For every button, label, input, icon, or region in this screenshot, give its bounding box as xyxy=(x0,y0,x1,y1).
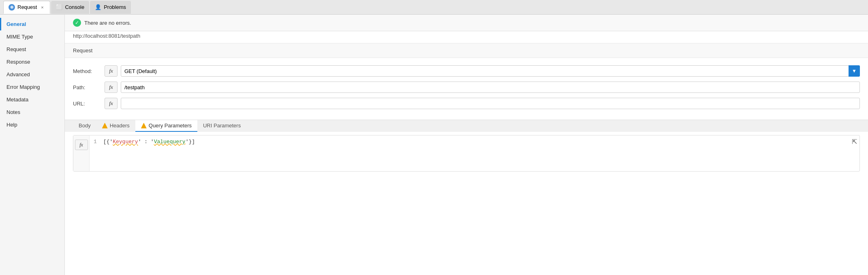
code-editor: fx 1 [{'Keyquery' : 'Valuequery'}] ⇱ xyxy=(73,135,860,172)
method-select[interactable]: GET (Default) xyxy=(121,65,860,77)
sidebar-item-help[interactable]: Help xyxy=(0,118,64,131)
request-section-header: Request xyxy=(65,43,868,58)
no-errors-text: There are no errors. xyxy=(84,20,131,26)
line-number: 1 xyxy=(94,139,97,145)
code-open-bracket: [{' xyxy=(103,139,113,145)
tab-bar: ⊕ Request × ⬜ Console 👤 Problems xyxy=(0,0,868,15)
tab-request-close[interactable]: × xyxy=(39,4,45,10)
headers-warn-icon xyxy=(102,123,108,129)
sub-tab-strip: Body Headers Query Parameters URI Parame… xyxy=(65,120,868,132)
method-label: Method: xyxy=(73,68,101,74)
status-url: http://localhost:8081/testpath xyxy=(65,31,868,43)
tab-request[interactable]: ⊕ Request × xyxy=(3,1,50,14)
content-area: ✓ There are no errors. http://localhost:… xyxy=(65,15,868,275)
request-tab-icon: ⊕ xyxy=(9,4,15,11)
no-errors-icon: ✓ xyxy=(73,19,81,27)
method-row: Method: fx GET (Default) ▼ xyxy=(73,63,860,79)
sidebar-item-request[interactable]: Request xyxy=(0,43,64,56)
path-input[interactable] xyxy=(121,82,860,93)
tab-console-label: Console xyxy=(65,4,84,10)
subtab-body[interactable]: Body xyxy=(73,120,96,132)
sidebar-item-error-mapping[interactable]: Error Mapping xyxy=(0,81,64,93)
code-key: Keyquery xyxy=(113,139,138,145)
subtab-headers-label: Headers xyxy=(110,122,130,129)
url-row: URL: fx xyxy=(73,95,860,112)
sidebar-item-response[interactable]: Response xyxy=(0,56,64,68)
subtab-headers[interactable]: Headers xyxy=(96,120,135,132)
console-icon: ⬜ xyxy=(56,4,62,10)
main-layout: General MIME Type Request Response Advan… xyxy=(0,15,868,275)
method-fx-button[interactable]: fx xyxy=(105,65,118,77)
method-select-wrapper: GET (Default) ▼ xyxy=(121,65,860,77)
sidebar-item-advanced[interactable]: Advanced xyxy=(0,68,64,81)
code-gutter: fx xyxy=(73,135,90,171)
subtab-uri-parameters[interactable]: URI Parameters xyxy=(197,120,246,132)
code-value: Valuequery xyxy=(154,139,186,145)
url-input[interactable] xyxy=(121,98,860,109)
subtab-query-label: Query Parameters xyxy=(149,122,192,129)
path-label: Path: xyxy=(73,84,101,90)
subtab-body-label: Body xyxy=(79,122,91,129)
sidebar-item-notes[interactable]: Notes xyxy=(0,106,64,118)
path-fx-button[interactable]: fx xyxy=(105,82,118,93)
sidebar-item-mime-type[interactable]: MIME Type xyxy=(0,30,64,43)
code-colon: ' : ' xyxy=(138,139,154,145)
form-container: Method: fx GET (Default) ▼ Path: fx URL:… xyxy=(65,58,868,116)
tab-problems[interactable]: 👤 Problems xyxy=(90,1,131,14)
code-fx-button[interactable]: fx xyxy=(75,140,88,150)
subtab-uri-label: URI Parameters xyxy=(203,122,241,129)
path-row: Path: fx xyxy=(73,79,860,95)
subtab-query-parameters[interactable]: Query Parameters xyxy=(135,120,197,132)
problems-icon: 👤 xyxy=(95,4,101,10)
code-actions: ⇱ xyxy=(849,135,859,171)
code-close-bracket: '}] xyxy=(186,139,195,145)
code-content[interactable]: 1 [{'Keyquery' : 'Valuequery'}] xyxy=(90,135,849,171)
url-fx-button[interactable]: fx xyxy=(105,98,118,109)
tab-problems-label: Problems xyxy=(104,4,126,10)
query-warn-icon xyxy=(141,123,147,129)
url-label: URL: xyxy=(73,101,101,107)
tab-console[interactable]: ⬜ Console xyxy=(51,1,89,14)
sidebar: General MIME Type Request Response Advan… xyxy=(0,15,65,275)
sidebar-item-metadata[interactable]: Metadata xyxy=(0,93,64,106)
status-bar: ✓ There are no errors. xyxy=(65,15,868,31)
tab-request-label: Request xyxy=(17,4,37,10)
code-line-1: 1 [{'Keyquery' : 'Valuequery'}] xyxy=(94,139,845,145)
expand-icon[interactable]: ⇱ xyxy=(852,138,857,146)
sidebar-item-general[interactable]: General xyxy=(0,18,64,30)
